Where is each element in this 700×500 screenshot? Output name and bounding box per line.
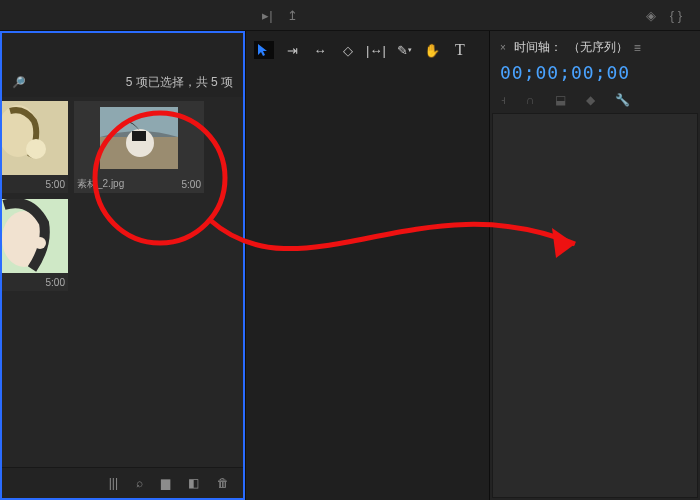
project-panel: 🔎 5 项已选择，共 5 项 5:00 xyxy=(0,31,245,500)
clip-item[interactable]: 5:00 xyxy=(2,199,68,291)
type-tool-icon[interactable]: T xyxy=(450,41,470,59)
source-monitor-controls: ▸| ↥ ◈ { } xyxy=(0,0,700,31)
pen-tool-icon[interactable]: ✎▾ xyxy=(394,41,414,59)
svg-point-9 xyxy=(34,237,46,249)
clip-item-highlighted[interactable]: 素材_2.jpg 5:00 xyxy=(74,101,204,193)
panel-menu-icon[interactable]: ≡ xyxy=(634,41,641,55)
list-view-icon[interactable]: ||| xyxy=(109,476,118,490)
hand-tool-icon[interactable]: ✋ xyxy=(422,41,442,59)
search-placeholder[interactable]: 🔎 xyxy=(12,76,26,89)
timeline-sequence-name: （无序列） xyxy=(568,39,628,56)
timecode-display[interactable]: 00;00;00;00 xyxy=(490,60,700,89)
snap-icon[interactable]: ⫞ xyxy=(500,93,506,107)
clip-duration: 5:00 xyxy=(46,277,65,288)
project-bin-area[interactable]: 5:00 素材_2.jpg 5:00 xyxy=(2,97,243,467)
svg-point-2 xyxy=(26,139,46,159)
shuffle-icon[interactable]: ▸| xyxy=(262,8,272,23)
new-bin-icon[interactable]: ▆ xyxy=(161,476,170,490)
clip-filename: 素材_2.jpg xyxy=(77,177,124,191)
clip-duration: 5:00 xyxy=(46,179,65,190)
export-frame-icon[interactable]: ↥ xyxy=(287,8,298,23)
clip-thumbnail xyxy=(2,101,68,175)
search-icon[interactable]: ⌕ xyxy=(136,476,143,490)
add-marker-icon[interactable]: ⬓ xyxy=(555,93,566,107)
timeline-label: 时间轴： xyxy=(514,39,562,56)
track-select-icon[interactable]: ⇥ xyxy=(282,41,302,59)
new-item-icon[interactable]: ◧ xyxy=(188,476,199,490)
project-footer-toolbar: ||| ⌕ ▆ ◧ 🗑 xyxy=(2,467,243,498)
marker-pin-icon[interactable]: ◈ xyxy=(646,8,656,23)
razor-tool-icon[interactable]: ◇ xyxy=(338,41,358,59)
clip-duration: 5:00 xyxy=(182,179,201,190)
svg-rect-6 xyxy=(132,131,146,141)
clip-thumbnail xyxy=(74,101,204,175)
ripple-edit-icon[interactable]: ↔ xyxy=(310,41,330,59)
timeline-settings-icon[interactable]: 🔧 xyxy=(615,93,630,107)
clip-thumbnail xyxy=(2,199,68,273)
timeline-tracks-area[interactable] xyxy=(492,113,698,498)
trash-icon[interactable]: 🗑 xyxy=(217,476,229,490)
selection-tool-icon[interactable] xyxy=(254,41,274,59)
clip-item[interactable]: 5:00 xyxy=(2,101,68,193)
close-panel-icon[interactable]: × xyxy=(500,42,506,53)
tool-palette-panel: ⇥ ↔ ◇ |↔| ✎▾ ✋ T xyxy=(245,31,490,500)
selection-status: 5 项已选择，共 5 项 xyxy=(126,74,233,91)
marker-icon[interactable]: ◆ xyxy=(586,93,595,107)
linked-selection-icon[interactable]: ∩ xyxy=(526,93,535,107)
slip-tool-icon[interactable]: |↔| xyxy=(366,41,386,59)
settings-braces-icon[interactable]: { } xyxy=(670,8,682,23)
timeline-panel: × 时间轴： （无序列） ≡ 00;00;00;00 ⫞ ∩ ⬓ ◆ 🔧 xyxy=(490,31,700,500)
